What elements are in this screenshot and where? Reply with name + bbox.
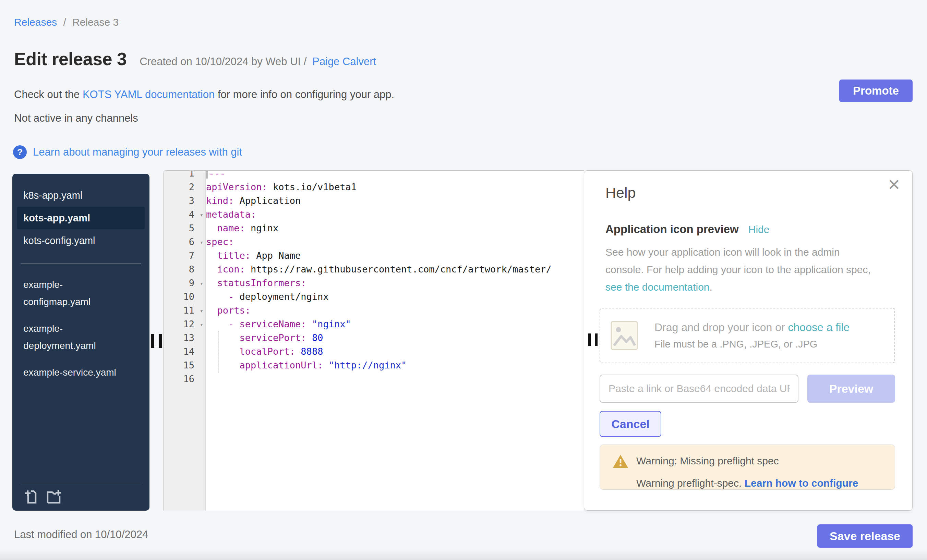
help-title: Help [605,184,635,201]
add-file-icon[interactable] [23,489,39,504]
preview-button[interactable]: Preview [807,375,895,403]
warning-banner: Warning: Missing preflight spec Warning … [600,445,895,490]
git-help-row: ? Learn about managing your releases wit… [13,145,242,159]
line-number-7: 7 [164,249,205,263]
code-line-1[interactable]: --- [206,170,584,180]
fold-arrow-line-12[interactable]: ▾ [200,318,203,331]
cancel-button[interactable]: Cancel [600,411,661,437]
line-number-4: 4▾ [164,208,205,222]
git-releases-link[interactable]: Learn about managing your releases with … [33,146,242,158]
sidebar-divider [21,264,141,264]
icon-dropzone[interactable]: Drag and drop your icon or choose a file… [600,308,895,363]
editor-code[interactable]: ---apiVersion: kots.io/v1beta1kind: Appl… [206,170,584,386]
fold-arrow-line-9[interactable]: ▾ [200,276,203,290]
help-panel: ✕ Help Application icon preview Hide See… [584,170,913,511]
code-line-9[interactable]: statusInformers: [206,276,584,290]
line-number-13: 13 [164,331,205,345]
indent-guide [218,331,219,373]
code-line-13[interactable]: servicePort: 80 [206,331,584,345]
file-item-example-service.yaml[interactable]: example-service.yaml [17,359,131,386]
line-number-1: 1 [164,170,205,180]
created-text: Created on 10/10/2024 by Web UI / [140,56,307,68]
breadcrumb-separator: / [63,17,66,28]
sidebar-resize-handle[interactable] [151,334,162,348]
text-cursor [206,170,208,179]
fold-arrow-line-4[interactable]: ▾ [200,208,203,222]
fold-arrow-line-11[interactable]: ▾ [200,304,203,318]
code-line-4[interactable]: metadata: [206,208,584,222]
code-line-8[interactable]: icon: https://raw.githubusercontent.com/… [206,263,584,276]
dropzone-file-types: File must be a .PNG, .JPEG, or .JPG [655,338,849,350]
author-link[interactable]: Paige Calvert [312,56,376,68]
page-title: Edit release 3 [14,49,126,69]
last-modified-text: Last modified on 10/10/2024 [14,528,148,541]
code-line-12[interactable]: - serviceName: "nginx" [206,317,584,331]
code-line-11[interactable]: ports: [206,304,584,317]
warning-title: Warning: Missing preflight spec [636,455,779,467]
file-list: k8s-app.yamlkots-app.yamlkots-config.yam… [12,184,149,386]
save-release-button[interactable]: Save release [817,524,913,548]
yaml-editor[interactable]: 1234▾56▾789▾1011▾12▾13141516 ---apiVersi… [163,170,584,511]
line-number-8: 8 [164,263,205,276]
code-line-2[interactable]: apiVersion: kots.io/v1beta1 [206,180,584,194]
line-number-14: 14 [164,345,205,358]
line-number-12: 12▾ [164,317,205,331]
line-number-16: 16 [164,372,205,386]
help-panel-resize-handle[interactable] [588,334,597,346]
help-description-period: . [710,281,713,293]
breadcrumb-releases-link[interactable]: Releases [14,17,57,28]
close-icon[interactable]: ✕ [887,176,901,194]
fold-arrow-line-6[interactable]: ▾ [200,235,203,249]
bottom-fade [0,550,927,560]
icon-url-row: Preview [600,375,895,403]
code-line-16[interactable] [206,372,584,386]
icon-url-input[interactable] [600,375,798,403]
title-row: Edit release 3 Created on 10/10/2024 by … [14,49,376,69]
dropzone-text: Drag and drop your icon or choose a file… [655,321,849,350]
line-number-2: 2 [164,180,205,194]
line-number-6: 6▾ [164,235,205,249]
file-item-k8s-app.yaml[interactable]: k8s-app.yaml [17,184,145,206]
code-line-14[interactable]: localPort: 8888 [206,345,584,358]
code-line-3[interactable]: kind: Application [206,194,584,208]
add-folder-icon[interactable] [46,489,62,504]
code-line-5[interactable]: name: nginx [206,222,584,235]
see-documentation-link[interactable]: see the documentation [605,281,710,293]
warning-body-text: Warning preflight-spec. [636,477,745,489]
line-number-3: 3 [164,194,205,208]
code-line-6[interactable]: spec: [206,235,584,249]
file-item-example-configmap.yaml[interactable]: example-configmap.yaml [17,272,131,315]
hide-link[interactable]: Hide [748,224,770,235]
promote-button[interactable]: Promote [839,79,913,102]
file-sidebar: k8s-app.yamlkots-app.yamlkots-config.yam… [12,174,149,511]
line-number-11: 11▾ [164,304,205,317]
file-item-kots-app.yaml[interactable]: kots-app.yaml [17,206,145,229]
icon-preview-title: Application icon preview [605,223,739,236]
line-number-15: 15 [164,358,205,372]
editor-line-numbers: 1234▾56▾789▾1011▾12▾13141516 [164,170,205,386]
warning-triangle-icon [612,454,629,469]
channel-status: Not active in any channels [14,112,138,124]
file-item-kots-config.yaml[interactable]: kots-config.yaml [17,229,145,252]
warning-body: Warning preflight-spec. Learn how to con… [636,477,858,489]
created-info: Created on 10/10/2024 by Web UI / Paige … [140,56,376,68]
kots-yaml-docs-link[interactable]: KOTS YAML documentation [83,88,214,100]
code-line-10[interactable]: - deployment/nginx [206,290,584,304]
code-line-7[interactable]: title: App Name [206,249,584,263]
docs-notice-pre: Check out the [14,88,83,100]
breadcrumb: Releases / Release 3 [14,17,119,28]
question-mark-icon: ? [13,145,27,159]
help-section-header: Application icon preview Hide [605,223,769,236]
breadcrumb-current: Release 3 [72,17,119,28]
image-placeholder-icon [610,319,639,353]
line-number-5: 5 [164,222,205,235]
choose-file-link[interactable]: choose a file [788,321,850,334]
dropzone-line1-text: Drag and drop your icon or [655,321,788,334]
help-description-text: See how your application icon will look … [605,246,871,275]
page: Releases / Release 3 Edit release 3 Crea… [0,0,927,560]
help-description: See how your application icon will look … [605,243,880,296]
docs-notice: Check out the KOTS YAML documentation fo… [14,88,394,101]
file-item-example-deployment.yaml[interactable]: example-deployment.yaml [17,315,131,359]
code-line-15[interactable]: applicationUrl: "http://nginx" [206,358,584,372]
learn-how-to-configure-link[interactable]: Learn how to configure [745,477,859,489]
